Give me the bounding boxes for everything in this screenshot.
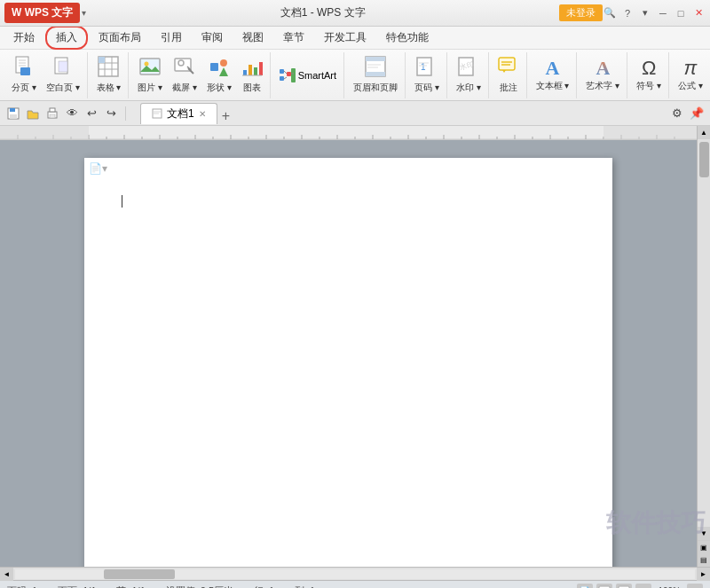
status-bar: 页码: 1 | 页面: 1/1 | 节: 1/1 | 设置值: 2.5厘米 | … <box>0 580 710 588</box>
scroll-extra-2[interactable]: ▤ <box>698 553 711 567</box>
toolbar-group-page: 分页 ▾ 空白页 ▾ <box>4 52 88 98</box>
biaoge-label: 表格 ▾ <box>97 82 122 94</box>
jiepingmian-label: 截屏 ▾ <box>172 82 197 94</box>
doc-canvas[interactable]: 📄▾ <box>0 126 697 567</box>
tab-bar: 文档1 ✕ + <box>140 103 234 124</box>
scroll-left-button[interactable]: ◄ <box>0 568 13 581</box>
help-button[interactable]: ? <box>620 6 635 20</box>
scroll-extra-1[interactable]: ▣ <box>698 540 711 553</box>
shuiyin-label: 水印 ▾ <box>456 82 481 94</box>
open-qb-button[interactable] <box>24 105 42 122</box>
svg-rect-43 <box>499 58 515 70</box>
fenye-button[interactable]: 分页 ▾ <box>7 54 41 97</box>
svg-rect-4 <box>20 67 30 75</box>
kongbai-button[interactable]: 空白页 ▾ <box>42 54 84 97</box>
preview-qb-button[interactable]: 👁 <box>63 105 81 122</box>
yishuzi-icon: A <box>596 59 610 78</box>
status-margin: 设置值: 2.5厘米 <box>166 584 233 588</box>
smartart-button[interactable]: SmartArt <box>275 66 341 85</box>
pin-qb-button[interactable]: 📌 <box>688 105 706 122</box>
shuiyin-button[interactable]: 水印 水印 ▾ <box>452 54 485 97</box>
svg-rect-6 <box>59 61 67 72</box>
pizhu-button[interactable]: 批注 <box>493 54 524 97</box>
minimize-button[interactable]: ─ <box>656 6 670 20</box>
menu-start[interactable]: 开始 <box>4 27 43 48</box>
wps-logo[interactable]: W WPS 文字 <box>4 3 80 23</box>
ribbon-toggle[interactable]: ▾ <box>638 6 652 20</box>
svg-point-18 <box>220 59 227 67</box>
document-page[interactable]: 📄▾ <box>84 158 612 567</box>
yishuzi-button[interactable]: A 艺术字 ▾ <box>581 54 624 97</box>
menu-chapter[interactable]: 章节 <box>274 27 313 48</box>
title-bar: W WPS 文字 ▾ 文档1 - WPS 文字 未登录 🔍 ? ▾ ─ □ ✕ <box>0 0 710 27</box>
toolbar-group-comment: 批注 <box>491 52 527 98</box>
svg-rect-21 <box>248 65 252 75</box>
menu-view[interactable]: 视图 <box>233 27 272 48</box>
tubiao-icon <box>241 56 263 80</box>
tupian-icon <box>139 56 161 80</box>
undo-qb-button[interactable]: ↩ <box>83 105 100 122</box>
svg-rect-20 <box>243 70 247 75</box>
login-button[interactable]: 未登录 <box>559 4 603 21</box>
smartart-label: SmartArt <box>298 70 336 81</box>
status-zoom-out[interactable]: － <box>635 584 651 589</box>
tab-add-button[interactable]: + <box>217 108 234 124</box>
yishuzi-label: 艺术字 ▾ <box>586 80 619 92</box>
menu-review[interactable]: 审阅 <box>193 27 232 48</box>
wenbenkuang-button[interactable]: A 文本框 ▾ <box>532 54 574 97</box>
scroll-up-button[interactable]: ▲ <box>698 126 711 139</box>
menu-layout[interactable]: 页面布局 <box>90 27 150 48</box>
tubiao-button[interactable]: 图表 <box>237 54 267 97</box>
scrollbar-vertical[interactable]: ▲ ▼ ▣ ▤ <box>697 126 710 567</box>
status-page-count: 页面: 1/1 <box>58 584 96 588</box>
toolbar-group-table: 表格 ▾ <box>90 52 130 98</box>
svg-rect-95 <box>0 126 89 139</box>
redo-qb-button[interactable]: ↪ <box>102 105 120 122</box>
status-icon-2[interactable] <box>596 584 612 589</box>
scroll-down-button[interactable]: ▼ <box>698 527 711 540</box>
jiepingmian-icon <box>174 56 195 80</box>
fenye-icon <box>14 56 34 80</box>
svg-marker-46 <box>502 70 506 73</box>
svg-rect-49 <box>10 114 17 119</box>
doc-tab[interactable]: 文档1 ✕ <box>140 103 217 124</box>
menu-insert[interactable]: 插入 <box>45 26 88 50</box>
close-button[interactable]: ✕ <box>691 6 706 20</box>
tupian-label: 图片 ▾ <box>138 82 162 94</box>
scroll-right-button[interactable]: ► <box>697 568 710 581</box>
jiepingmian-button[interactable]: 截屏 ▾ <box>168 54 201 97</box>
toolbar-group-smartart: SmartArt <box>272 52 344 98</box>
tab-close-button[interactable]: ✕ <box>199 109 206 119</box>
status-zoom-in[interactable]: ＋ <box>687 584 703 589</box>
status-icon-3[interactable] <box>616 584 632 589</box>
svg-rect-25 <box>280 69 284 74</box>
status-icon-1[interactable]: 📄 <box>577 584 593 589</box>
yema-button[interactable]: 1 页码 ▾ <box>410 54 444 97</box>
menu-features[interactable]: 特色功能 <box>377 27 438 48</box>
menu-dev[interactable]: 开发工具 <box>315 27 375 48</box>
svg-rect-33 <box>366 57 385 61</box>
status-section: 节: 1/1 <box>116 584 145 588</box>
gongshi-button[interactable]: π 公式 ▾ <box>674 54 707 97</box>
svg-rect-26 <box>280 76 284 81</box>
save-qb-button[interactable] <box>4 105 22 122</box>
svg-point-14 <box>145 62 149 67</box>
menu-ref[interactable]: 引用 <box>152 27 191 48</box>
pizhu-label: 批注 <box>500 82 517 94</box>
fuhao-button[interactable]: Ω 符号 ▾ <box>632 54 666 97</box>
xingzhuang-button[interactable]: 形状 ▾ <box>202 54 236 97</box>
scroll-h-thumb[interactable] <box>104 569 175 579</box>
settings-qb-button[interactable]: ⚙ <box>668 105 686 122</box>
scroll-thumb[interactable] <box>699 142 709 177</box>
pizhu-icon <box>498 56 519 80</box>
menu-bar: 开始 插入 页面布局 引用 审阅 视图 章节 开发工具 特色功能 <box>0 27 710 50</box>
icon-search-title[interactable]: 🔍 <box>603 6 617 20</box>
maximize-button[interactable]: □ <box>674 6 688 20</box>
print-qb-button[interactable] <box>43 105 61 122</box>
tupian-button[interactable]: 图片 ▾ <box>133 54 167 97</box>
svg-text:1: 1 <box>421 62 426 72</box>
biaoge-button[interactable]: 表格 ▾ <box>92 54 126 97</box>
scrollbar-horizontal: ◄ ► <box>0 567 710 580</box>
yemei-button[interactable]: 页眉和页脚 <box>349 54 402 97</box>
scroll-h-track[interactable] <box>15 569 695 579</box>
